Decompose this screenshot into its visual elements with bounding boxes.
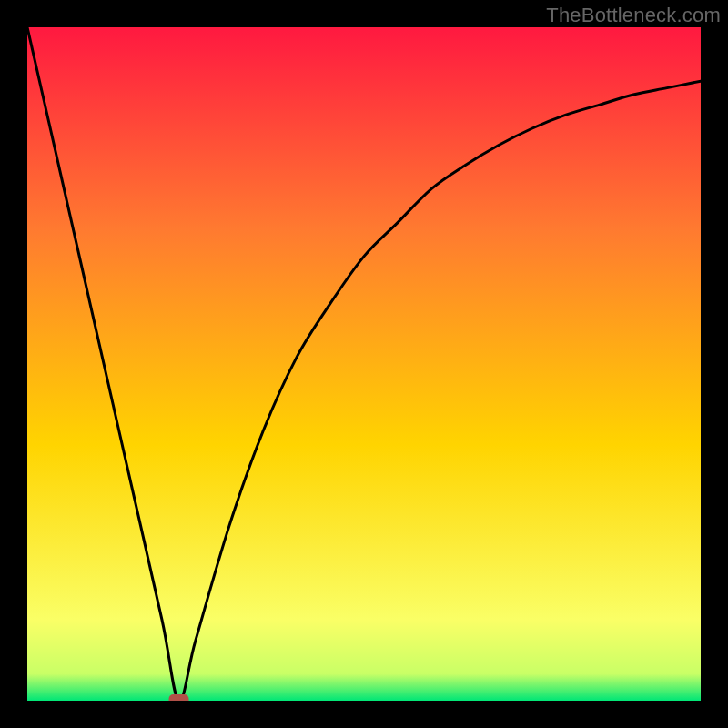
chart-frame: TheBottleneck.com	[0, 0, 728, 728]
plot-area	[27, 27, 701, 701]
gradient-bg	[27, 27, 701, 701]
watermark: TheBottleneck.com	[546, 4, 721, 27]
min-marker	[169, 694, 189, 701]
chart-svg	[27, 27, 701, 701]
